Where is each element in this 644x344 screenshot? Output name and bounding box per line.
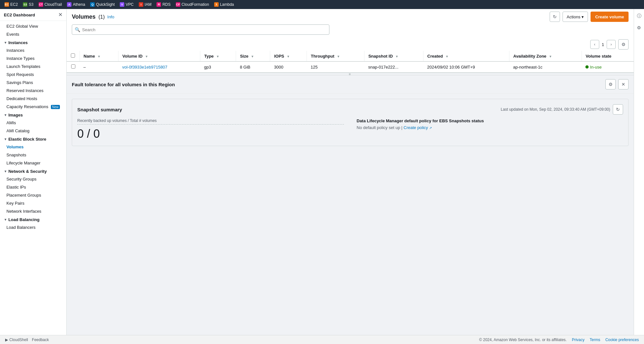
sidebar-item-ami-catalog[interactable]: AMI Catalog	[0, 127, 66, 135]
volume-id-link[interactable]: vol-0f3933e1eb9715807	[122, 65, 167, 70]
iops-sort-icon: ▼	[287, 55, 290, 58]
actions-button[interactable]: Actions ▾	[563, 12, 588, 22]
prev-page-button[interactable]: ‹	[590, 40, 599, 49]
dlm-text: No default policy set up | Create policy…	[357, 125, 623, 130]
settings-icon-button[interactable]: ⚙	[635, 23, 644, 32]
sidebar-section-instances[interactable]: ▼ Instances	[0, 38, 66, 46]
split-pane-handle[interactable]: ≡	[67, 73, 634, 75]
sidebar: EC2 Dashboard ✕ EC2 Global View Events ▼…	[0, 9, 67, 344]
nav-quicksight[interactable]: Q QuickSight	[88, 2, 117, 7]
nav-vpc[interactable]: V VPC	[118, 2, 136, 7]
select-all-checkbox[interactable]	[71, 53, 75, 58]
nav-ec2[interactable]: EC EC2	[3, 2, 20, 7]
sidebar-item-savings-plans[interactable]: Savings Plans	[0, 79, 66, 87]
sidebar-item-capacity-reservations[interactable]: Capacity Reservations New	[0, 103, 66, 111]
toolbar: Volumes (1) Info ↻ Actions ▾ Create volu…	[67, 9, 634, 24]
col-header-type[interactable]: Type ▼	[200, 51, 236, 61]
sidebar-item-key-pairs[interactable]: Key Pairs	[0, 199, 66, 207]
sidebar-item-placement-groups[interactable]: Placement Groups	[0, 191, 66, 199]
col-header-volume-id[interactable]: Volume ID ▼	[118, 51, 200, 61]
sidebar-item-dedicated-hosts[interactable]: Dedicated Hosts	[0, 95, 66, 103]
sidebar-section-load-balancing[interactable]: ▼ Load Balancing	[0, 215, 66, 223]
sidebar-close-button[interactable]: ✕	[58, 12, 62, 17]
sidebar-item-load-balancers[interactable]: Load Balancers	[0, 223, 66, 231]
feedback-link[interactable]: Feedback	[32, 338, 49, 342]
col-header-availability-zone[interactable]: Availability Zone ▼	[509, 51, 582, 61]
info-link[interactable]: Info	[107, 14, 114, 19]
lambda-icon: λ	[214, 2, 219, 7]
sidebar-item-instances[interactable]: Instances	[0, 46, 66, 54]
load-balancing-collapse-icon: ▼	[4, 218, 7, 221]
refresh-button[interactable]: ↻	[550, 12, 560, 22]
help-icon-button[interactable]: ⓘ	[635, 12, 644, 21]
fault-panel-header: Fault tolerance for all volumes in this …	[67, 75, 634, 94]
name-sort-icon: ▼	[98, 55, 101, 58]
row-checkbox[interactable]	[71, 64, 75, 69]
cookie-link[interactable]: Cookie preferences	[605, 338, 639, 342]
cell-availability-zone: ap-northeast-1c	[509, 61, 582, 72]
sidebar-title: EC2 Dashboard	[4, 13, 35, 17]
snapshot-count: 0 / 0	[77, 127, 344, 141]
nav-iam[interactable]: I IAM	[137, 2, 153, 7]
settings-button[interactable]: ⚙	[618, 39, 629, 50]
nav-rds[interactable]: R RDS	[155, 2, 172, 7]
col-header-name[interactable]: Name ▼	[80, 51, 118, 61]
sidebar-item-ec2-global-view[interactable]: EC2 Global View	[0, 22, 66, 30]
app-body: EC2 Dashboard ✕ EC2 Global View Events ▼…	[0, 9, 644, 344]
nav-lambda[interactable]: λ Lambda	[212, 2, 236, 7]
sidebar-item-snapshots[interactable]: Snapshots	[0, 151, 66, 159]
sidebar-item-instance-types[interactable]: Instance Types	[0, 54, 66, 62]
search-input[interactable]	[82, 27, 327, 32]
sidebar-section-ebs[interactable]: ▼ Elastic Block Store	[0, 135, 66, 143]
fault-panel-settings-button[interactable]: ⚙	[605, 79, 616, 89]
cell-volume-id[interactable]: vol-0f3933e1eb9715807	[118, 61, 200, 72]
network-collapse-icon: ▼	[4, 170, 7, 173]
nav-cloudtrail[interactable]: CT CloudTrail	[37, 2, 64, 7]
sidebar-item-spot-requests[interactable]: Spot Requests	[0, 70, 66, 79]
sidebar-item-amis[interactable]: AMIs	[0, 119, 66, 127]
search-input-wrap[interactable]: 🔍	[72, 24, 329, 35]
col-header-iops[interactable]: IOPS ▼	[270, 51, 307, 61]
col-header-created[interactable]: Created ▼	[423, 51, 509, 61]
volumes-table: Name ▼ Volume ID ▼ Type ▼	[67, 51, 634, 72]
next-page-button[interactable]: ›	[607, 40, 616, 49]
sidebar-header: EC2 Dashboard ✕	[0, 9, 66, 21]
col-header-throughput[interactable]: Throughput ▼	[307, 51, 365, 61]
sidebar-item-lifecycle-manager[interactable]: Lifecycle Manager	[0, 159, 66, 167]
create-volume-button[interactable]: Create volume	[591, 12, 629, 22]
fault-panel-close-button[interactable]: ✕	[618, 79, 629, 89]
col-header-size[interactable]: Size ▼	[236, 51, 270, 61]
cell-throughput: 125	[307, 61, 365, 72]
terms-link[interactable]: Terms	[590, 338, 600, 342]
privacy-link[interactable]: Privacy	[572, 338, 584, 342]
sidebar-item-security-groups[interactable]: Security Groups	[0, 175, 66, 183]
nav-athena[interactable]: A Athena	[65, 2, 87, 7]
sidebar-section-network-security[interactable]: ▼ Network & Security	[0, 167, 66, 175]
col-header-snapshot-id[interactable]: Snapshot ID ▼	[364, 51, 423, 61]
cell-created: 2024/09/02 10:06 GMT+9	[423, 61, 509, 72]
ebs-collapse-icon: ▼	[4, 137, 7, 141]
cloudshell-button[interactable]: ▶ CloudShell	[5, 338, 28, 342]
sidebar-item-volumes[interactable]: Volumes	[0, 143, 66, 151]
sidebar-item-launch-templates[interactable]: Launch Templates	[0, 62, 66, 70]
status-dot: ✓	[585, 65, 589, 69]
table-section: Volumes (1) Info ↻ Actions ▾ Create volu…	[67, 9, 634, 73]
snapshot-left: Recently backed up volumes / Total # vol…	[77, 118, 344, 141]
create-policy-link[interactable]: Create policy ↗	[403, 125, 432, 130]
sidebar-section-images[interactable]: ▼ Images	[0, 111, 66, 119]
sidebar-item-reserved-instances[interactable]: Reserved Instances	[0, 87, 66, 95]
nav-s3[interactable]: S3 S3	[21, 2, 35, 7]
nav-cloudformation[interactable]: CF CloudFormation	[174, 2, 211, 7]
sidebar-item-elastic-ips[interactable]: Elastic IPs	[0, 183, 66, 191]
col-header-volume-state[interactable]: Volume state	[582, 51, 634, 61]
search-bar: 🔍	[67, 24, 634, 38]
footer: ▶ CloudShell Feedback © 2024, Amazon Web…	[0, 335, 644, 344]
snapshot-summary-refresh-button[interactable]: ↻	[613, 104, 623, 115]
sidebar-item-events[interactable]: Events	[0, 30, 66, 38]
page-title: Volumes (1)	[72, 14, 105, 20]
snapshot-id-sort-icon: ▼	[395, 55, 398, 58]
sidebar-item-network-interfaces[interactable]: Network Interfaces	[0, 207, 66, 215]
vpc-icon: V	[120, 2, 124, 7]
snapshot-summary-actions: Last updated on Mon, Sep 02, 2024, 09:33…	[501, 104, 623, 115]
type-sort-icon: ▼	[216, 55, 219, 58]
